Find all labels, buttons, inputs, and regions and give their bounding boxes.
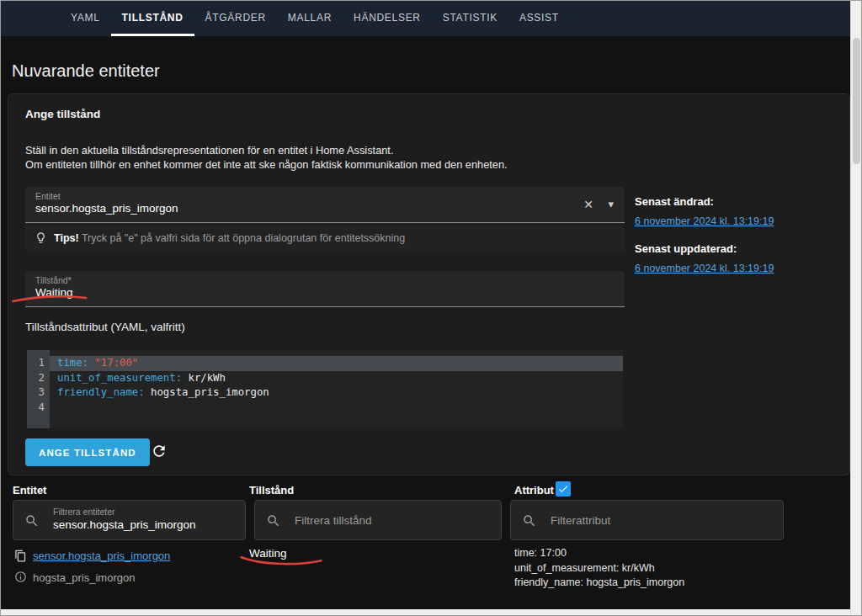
entity-combobox[interactable]: Entitet ✕ ▾ [25, 187, 625, 223]
tab-mallar[interactable]: MALLAR [277, 1, 343, 36]
description-line-2: Om entiteten tillhör en enhet kommer det… [25, 158, 508, 171]
entity-friendly-name: hogsta_pris_imorgon [33, 571, 135, 584]
description-line-1: Ställ in den aktuella tillståndsrepresen… [25, 144, 393, 157]
entity-filter-field[interactable]: Filtrera entiteter [13, 500, 246, 540]
line-number: 2 [27, 371, 45, 386]
column-header-state: Tillstånd [249, 484, 294, 497]
checkmark-icon [557, 483, 569, 495]
vertical-scrollbar[interactable] [850, 1, 861, 615]
column-header-attributes: Attribut [514, 484, 554, 497]
row-attribute: time: 17:00 [514, 546, 684, 561]
entity-input[interactable] [35, 202, 559, 215]
search-icon [266, 513, 281, 528]
column-header-entity: Entitet [13, 484, 46, 497]
search-icon [522, 513, 537, 528]
line-number: 1 [27, 356, 45, 371]
set-state-description: Ställ in den aktuella tillståndsrepresen… [25, 143, 508, 172]
set-state-card: Ange tillstånd Ställ in den aktuella til… [8, 93, 850, 475]
last-changed-label: Senast ändrad: [635, 195, 774, 208]
horizontal-scrollbar[interactable] [1, 609, 850, 615]
entity-link[interactable]: sensor.hogsta_pris_imorgon [33, 550, 170, 562]
clear-icon[interactable]: ✕ [583, 198, 593, 211]
search-icon [24, 513, 40, 528]
attribute-filter-checkbox[interactable] [556, 481, 571, 497]
last-updated-block: Senast uppdaterad: 6 november 2024 kl. 1… [635, 242, 774, 275]
tip-rest: Tryck på "e" på valfri sida för att öppn… [79, 232, 406, 244]
attribute-filter-input[interactable] [551, 501, 772, 539]
row-attribute: friendly_name: hogsta_pris_imorgon [514, 576, 684, 591]
copy-entity-icon[interactable] [14, 550, 27, 562]
tab-handelser[interactable]: HÄNDELSER [343, 1, 432, 36]
top-nav: YAML TILLSTÅND ÅTGÄRDER MALLAR HÄNDELSER… [1, 1, 861, 36]
state-meta: Senast ändrad: 6 november 2024 kl. 13:19… [635, 195, 774, 289]
line-number: 4 [27, 401, 45, 416]
entity-field-label: Entitet [35, 191, 61, 201]
state-filter-field[interactable] [254, 500, 502, 540]
tip-bold: Tips! [54, 232, 79, 244]
tab-yaml[interactable]: YAML [60, 1, 111, 36]
tab-atgarder[interactable]: ÅTGÄRDER [194, 1, 277, 36]
yaml-line-4 [50, 401, 623, 416]
app-window: YAML TILLSTÅND ÅTGÄRDER MALLAR HÄNDELSER… [0, 0, 862, 616]
line-number: 3 [27, 385, 45, 401]
state-filter-input[interactable] [295, 501, 490, 539]
tab-assist[interactable]: ASSIST [508, 1, 570, 36]
last-changed-block: Senast ändrad: 6 november 2024 kl. 13:19… [635, 195, 774, 228]
last-updated-label: Senast uppdaterad: [635, 242, 774, 255]
entity-filter-label: Filtrera entiteter [53, 507, 115, 517]
yaml-line-2: unit_of_measurement: kr/kWh [50, 371, 623, 386]
lightbulb-icon [35, 231, 47, 244]
editor-line-numbers: 1 2 3 4 [27, 350, 50, 428]
row-attributes: time: 17:00 unit_of_measurement: kr/kWh … [514, 546, 684, 591]
last-changed-link[interactable]: 6 november 2024 kl. 13:19:19 [635, 215, 774, 227]
vertical-scrollbar-thumb[interactable] [853, 38, 860, 164]
tip-text: Tips! Tryck på "e" på valfri sida för at… [54, 232, 405, 244]
editor-code-area[interactable]: time: "17:00" unit_of_measurement: kr/kW… [50, 350, 623, 428]
entity-filter-input[interactable] [53, 518, 234, 531]
attributes-label: Tillståndsattribut (YAML, valfritt) [25, 321, 185, 333]
row-attribute: unit_of_measurement: kr/kWh [514, 561, 684, 576]
info-icon[interactable] [14, 571, 27, 583]
tab-statistik[interactable]: STATISTIK [432, 1, 508, 36]
set-state-heading: Ange tillstånd [25, 108, 100, 120]
refresh-icon[interactable] [151, 443, 168, 459]
attribute-filter-field[interactable] [510, 500, 784, 540]
state-textfield[interactable]: Tillstånd* [25, 271, 625, 307]
dropdown-arrow-icon[interactable]: ▾ [608, 198, 614, 210]
entity-tip: Tips! Tryck på "e" på valfri sida för at… [25, 224, 625, 252]
set-state-button[interactable]: ANGE TILLSTÅND [25, 438, 150, 466]
last-updated-link[interactable]: 6 november 2024 kl. 13:19:19 [635, 263, 774, 274]
row-state-value: Waiting [249, 547, 287, 560]
state-input[interactable] [35, 286, 559, 299]
state-field-label: Tillstånd* [35, 275, 72, 285]
yaml-line-3: friendly_name: hogsta_pris_imorgon [50, 385, 623, 401]
page-title: Nuvarande entiteter [12, 61, 160, 81]
yaml-line-1: time: "17:00" [50, 356, 623, 371]
yaml-editor[interactable]: 1 2 3 4 time: "17:00" unit_of_measuremen… [27, 350, 623, 428]
tab-tillstand[interactable]: TILLSTÅND [111, 1, 194, 36]
